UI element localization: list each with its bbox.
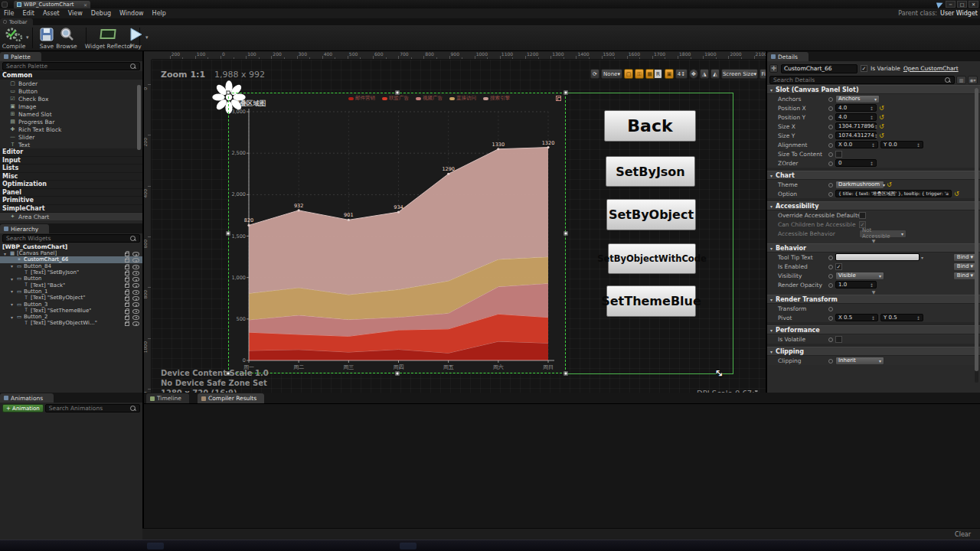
visibility-eye-icon[interactable] <box>132 315 139 320</box>
toolbar-tab[interactable]: Toolbar <box>0 18 33 25</box>
palette-category-input[interactable]: Input <box>0 157 142 165</box>
grid-snap-icon-button[interactable]: ▦ <box>645 69 654 79</box>
pixel-snap-button[interactable]: ▣ <box>665 69 674 79</box>
palette-item-image[interactable]: ▣Image <box>0 103 142 110</box>
lock-icon[interactable] <box>125 291 129 295</box>
lock-icon[interactable] <box>125 284 129 288</box>
revert-icon[interactable]: ↺ <box>887 181 892 188</box>
fill-screen-dropdown[interactable]: Fill Screen▾ <box>760 69 766 79</box>
palette-item-border[interactable]: ▢Border <box>0 80 142 87</box>
is-enabled-bind-button[interactable]: Bind▾ <box>953 262 977 271</box>
position-x-field[interactable]: 4.0↕ <box>835 104 877 112</box>
menu-item-edit[interactable]: Edit <box>22 10 34 17</box>
compiler-results-tab[interactable]: Compiler Results <box>198 393 264 403</box>
rotation-snap-button[interactable]: R <box>654 69 662 79</box>
canvas-button-setbyjson[interactable]: SetByJson <box>606 156 695 187</box>
selection-handle[interactable] <box>564 231 568 235</box>
compile-options-caret[interactable]: ▾ <box>26 34 29 41</box>
window-close-button[interactable]: ✕ <box>969 1 978 8</box>
hierarchy-row-button-84[interactable]: ▾▭Button_84 <box>0 263 142 269</box>
visibility-eye-icon[interactable] <box>132 302 139 307</box>
pivot-x-field[interactable]: X 0.5↕ <box>835 314 878 321</box>
play-button[interactable]: Play <box>122 27 149 50</box>
position-y-field[interactable]: 4.0↕ <box>835 113 877 121</box>
palette-category-lists[interactable]: Lists <box>0 165 142 173</box>
menu-item-file[interactable]: File <box>4 10 14 17</box>
designer-viewport[interactable]: 2001000100200300400500600700800900100011… <box>144 51 766 393</box>
tab-close-icon[interactable]: ✕ <box>83 2 87 8</box>
animations-tab[interactable]: Animations <box>0 393 54 403</box>
visibility-eye-icon[interactable] <box>132 290 139 295</box>
palette-category-misc[interactable]: Misc <box>0 173 142 181</box>
lock-icon[interactable] <box>125 259 129 262</box>
expand-arrow-icon[interactable]: ▾ <box>9 302 15 307</box>
lock-icon[interactable] <box>125 272 129 276</box>
theme-dropdown[interactable]: Darkmushroom▾ <box>835 181 884 189</box>
move-widget-button[interactable]: ✥ <box>689 69 698 79</box>
palette-scrollbar[interactable] <box>137 85 141 150</box>
visibility-eye-icon[interactable] <box>132 271 139 276</box>
palette-category-simplechart[interactable]: SimpleChart <box>0 205 142 214</box>
selection-handle[interactable] <box>564 372 568 376</box>
override-accessible-checkbox[interactable] <box>859 212 866 219</box>
palette-item-text[interactable]: ＴText <box>0 141 142 148</box>
palette-group-common[interactable]: Common <box>0 71 142 80</box>
palette-tab[interactable]: Palette <box>0 52 41 61</box>
widget-name-field[interactable]: CustomChart_66 <box>781 64 858 73</box>
palette-category-panel[interactable]: Panel <box>0 189 142 197</box>
compiler-results-panel[interactable] <box>144 403 980 528</box>
lock-icon[interactable] <box>125 278 129 282</box>
browse-button[interactable]: Browse <box>54 27 80 50</box>
window-maximize-button[interactable]: □ <box>957 1 967 8</box>
palette-item-check-box[interactable]: ☑Check Box <box>0 95 142 103</box>
size-x-field[interactable]: 1304.717896↕ <box>835 122 877 130</box>
selection-handle[interactable] <box>227 231 230 235</box>
alignment-y-field[interactable]: Y 0.0↕ <box>880 141 923 148</box>
hierarchy-row-button-3[interactable]: ▾▭Button_3 <box>0 301 142 307</box>
canvas-button-setthemeblue[interactable]: SetThemeBlue <box>606 285 696 317</box>
revert-icon[interactable]: ↺ <box>879 123 884 130</box>
lock-icon[interactable] <box>125 322 129 326</box>
visibility-eye-icon[interactable] <box>132 252 139 256</box>
screen-size-dropdown[interactable]: Screen Size▾ <box>721 69 758 79</box>
view-options-button[interactable]: ◉▾ <box>968 76 978 84</box>
hierarchy-row--text-setthemeblue-[interactable]: Ｔ[Text] "SetThemeBlue" <box>0 308 142 314</box>
property-matrix-button[interactable]: ▥ <box>956 76 966 84</box>
clear-button[interactable]: Clear <box>955 531 971 538</box>
open-customchart-link[interactable]: Open CustomChart <box>903 65 959 72</box>
hierarchy-row--text-setbyjson-[interactable]: Ｔ[Text] "SetByJson" <box>0 269 142 276</box>
menu-item-help[interactable]: Help <box>152 10 166 17</box>
grid-snap-size-stepper[interactable]: 4↕ <box>675 69 688 79</box>
feedback-icon[interactable] <box>936 1 944 8</box>
taskbar-item[interactable] <box>147 543 164 549</box>
visibility-eye-icon[interactable] <box>132 258 139 262</box>
selection-handle[interactable] <box>395 91 399 95</box>
section-clipping[interactable]: ▾Clipping <box>767 347 980 356</box>
expand-arrow-icon[interactable]: ▾ <box>9 289 15 294</box>
preview-background-alt-button[interactable]: ◭ <box>710 69 720 79</box>
add-component-button[interactable]: ✛ <box>769 64 778 73</box>
revert-icon[interactable]: ↺ <box>954 191 959 197</box>
anchors-dropdown[interactable]: Anchors▾ <box>835 95 880 103</box>
lock-icon[interactable] <box>125 316 129 320</box>
pivot-y-field[interactable]: Y 0.5↕ <box>880 314 923 321</box>
section-slot[interactable]: ▾Slot (Canvas Panel Slot) <box>767 85 980 94</box>
hierarchy-row--text-setbyobjectwi-[interactable]: Ｔ[Text] "SetByObjectWi..." <box>0 320 142 326</box>
canvas-button-setbyobjectwithcode[interactable]: SetByObjectWithCode <box>608 243 696 274</box>
add-animation-button[interactable]: + Animation <box>2 404 44 412</box>
canvas-button-setbyobject[interactable]: SetByObject <box>606 199 696 230</box>
menu-item-window[interactable]: Window <box>119 10 144 17</box>
palette-item-progress-bar[interactable]: ▤Progress Bar <box>0 118 142 126</box>
expand-arrow-icon[interactable]: ▾ <box>9 315 15 320</box>
revert-icon[interactable]: ↺ <box>879 105 884 112</box>
selection-handle[interactable] <box>564 91 568 95</box>
size-y-field[interactable]: 1074.431274↕ <box>835 132 877 139</box>
details-scrollbar[interactable] <box>975 88 978 383</box>
section-accessibility[interactable]: ▾Accessibility <box>767 201 980 210</box>
hierarchy-row--text-back-[interactable]: Ｔ[Text] "Back" <box>0 282 142 288</box>
details-search-input[interactable]: Search Details <box>769 76 955 84</box>
palette-item-button[interactable]: ▭Button <box>0 87 142 95</box>
lock-icon[interactable] <box>125 310 129 314</box>
preview-background-button[interactable]: ◮ <box>700 69 709 79</box>
palette-item-area-chart[interactable]: ✦Area Chart <box>0 213 142 220</box>
